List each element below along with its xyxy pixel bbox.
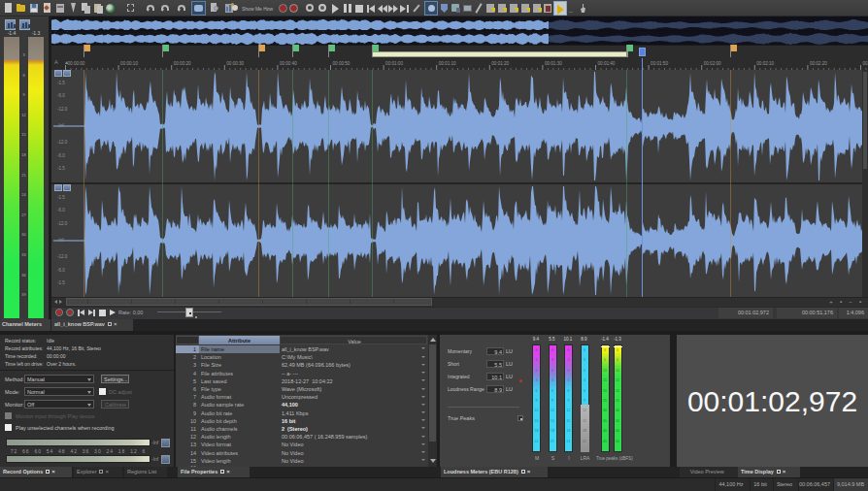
svg-text:00:01:30: 00:01:30 [545,61,562,66]
svg-text:00:00:30: 00:00:30 [226,61,244,66]
svg-text:00:01:50: 00:01:50 [651,61,668,66]
svg-text:00:00:20: 00:00:20 [174,61,191,66]
svg-text:00:02:30: 00:02:30 [863,61,868,66]
svg-text:00:00:50: 00:00:50 [333,61,351,66]
svg-text:00:01:00: 00:01:00 [385,61,403,66]
svg-text:00:02:10: 00:02:10 [756,61,774,66]
svg-text:00:00:00: 00:00:00 [68,61,85,66]
svg-text:00:00:10: 00:00:10 [120,61,138,66]
svg-text:00:01:40: 00:01:40 [598,61,616,66]
svg-text:00:01:20: 00:01:20 [491,61,509,66]
svg-text:00:02:20: 00:02:20 [810,61,827,66]
svg-text:00:02:00: 00:02:00 [704,61,721,66]
svg-text:00:00:40: 00:00:40 [280,61,297,66]
svg-text:00:01:10: 00:01:10 [439,61,456,66]
